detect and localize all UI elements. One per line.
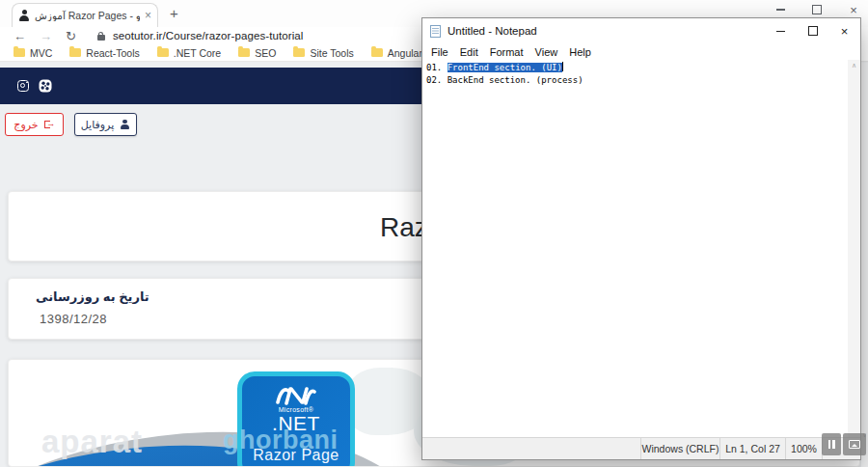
picture-in-picture-icon: [849, 440, 860, 449]
line-1-prefix: 01.: [426, 63, 448, 72]
notepad-window-controls: ×: [765, 18, 860, 43]
instagram-icon[interactable]: [17, 80, 29, 92]
menu-file[interactable]: File: [425, 46, 454, 58]
notepad-titlebar[interactable]: Untitled - Notepad ×: [422, 18, 860, 43]
folder-icon: [14, 48, 25, 57]
notepad-window: Untitled - Notepad × File Edit Format Vi…: [421, 17, 861, 460]
browser-scrollbar[interactable]: ∨: [861, 63, 868, 467]
screen: آموزش Razor Pages - مدرس سئو × + × ← → ↻…: [0, 0, 868, 467]
status-line-ending: Windows (CRLF): [640, 438, 719, 459]
https-lock-icon[interactable]: [97, 32, 106, 41]
maximize-icon: [808, 26, 818, 36]
notepad-maximize-button[interactable]: [797, 18, 828, 43]
tab-title: آموزش Razor Pages - مدرس سئو: [35, 10, 140, 21]
back-button[interactable]: ←: [14, 30, 26, 42]
folder-icon: [371, 48, 383, 57]
account-buttons-row: خروج پروفایل: [0, 113, 421, 138]
tab-close-icon[interactable]: ×: [145, 10, 151, 21]
scrollbar-up-icon[interactable]: ∧: [848, 62, 860, 69]
pause-button[interactable]: [822, 433, 841, 455]
notepad-minimize-button[interactable]: [765, 18, 797, 43]
text-caret: [562, 62, 563, 71]
dotnet-logo-icon: [276, 384, 316, 405]
notepad-close-button[interactable]: ×: [828, 18, 860, 43]
picture-in-picture-button[interactable]: [843, 433, 866, 455]
status-cursor-position: Ln 1, Col 27: [719, 438, 785, 459]
folder-icon: [157, 48, 169, 57]
pause-icon: [828, 440, 835, 449]
browser-tab[interactable]: آموزش Razor Pages - مدرس سئو ×: [12, 3, 158, 27]
line-2-text: 02. BackEnd section. (process): [426, 75, 583, 85]
bookmark-net-core[interactable]: .NET Core: [157, 47, 221, 59]
update-date-value: 1398/12/28: [40, 312, 107, 326]
notepad-statusbar: Windows (CRLF) Ln 1, Col 27 100%: [422, 437, 860, 459]
status-zoom-level: 100%: [785, 438, 822, 459]
notepad-scrollbar[interactable]: ∧: [848, 60, 860, 437]
folder-icon: [293, 48, 305, 57]
aparat-icon[interactable]: [39, 79, 52, 93]
profile-label: پروفایل: [81, 119, 114, 131]
folder-icon: [69, 48, 81, 57]
bookmark-seo[interactable]: SEO: [238, 47, 276, 59]
logout-label: خروج: [14, 119, 38, 131]
maximize-icon: [812, 5, 822, 14]
logout-icon: [44, 120, 55, 130]
browser-window-controls: ×: [773, 0, 864, 19]
notepad-title: Untitled - Notepad: [448, 25, 765, 37]
menu-help[interactable]: Help: [563, 46, 597, 58]
bookmark-site-tools[interactable]: Site Tools: [293, 47, 353, 59]
address-bar-url[interactable]: seotutor.ir/Course/razor-pages-tutorial: [113, 30, 304, 41]
notepad-text[interactable]: 01. FrontEnd section. (UI) 02. BackEnd s…: [422, 60, 860, 87]
reload-button[interactable]: ↻: [66, 30, 76, 42]
site-favicon-person-icon: [18, 10, 30, 21]
menu-edit[interactable]: Edit: [454, 46, 484, 58]
status-spacer: [422, 438, 640, 459]
folder-icon: [238, 48, 250, 57]
bookmark-react-tools[interactable]: React-Tools: [69, 47, 139, 59]
browser-minimize-button[interactable]: [773, 3, 787, 16]
notepad-text-area[interactable]: 01. FrontEnd section. (UI) 02. BackEnd s…: [422, 60, 860, 437]
browser-maximize-button[interactable]: [810, 3, 824, 16]
ghorbani-watermark: ghorbani: [223, 426, 339, 455]
selected-text: FrontEnd section. (UI): [448, 63, 562, 72]
video-overlay-controls: [822, 433, 866, 456]
notepad-menubar: File Edit Format View Help: [422, 43, 860, 60]
new-tab-button[interactable]: +: [170, 6, 178, 20]
logout-button[interactable]: خروج: [5, 113, 64, 136]
aparat-watermark: aparat: [41, 424, 143, 460]
menu-format[interactable]: Format: [484, 46, 529, 58]
profile-button[interactable]: پروفایل: [74, 113, 137, 136]
browser-close-button[interactable]: ×: [847, 3, 860, 16]
update-date-label: تاریخ به روزرسانی: [36, 289, 149, 304]
notepad-app-icon: [430, 25, 441, 38]
minimize-icon: [776, 9, 785, 11]
minimize-icon: [776, 31, 785, 32]
menu-view[interactable]: View: [529, 46, 564, 58]
forward-button[interactable]: →: [40, 30, 52, 42]
bookmark-mvc[interactable]: MVC: [14, 47, 52, 59]
person-icon: [120, 120, 130, 130]
